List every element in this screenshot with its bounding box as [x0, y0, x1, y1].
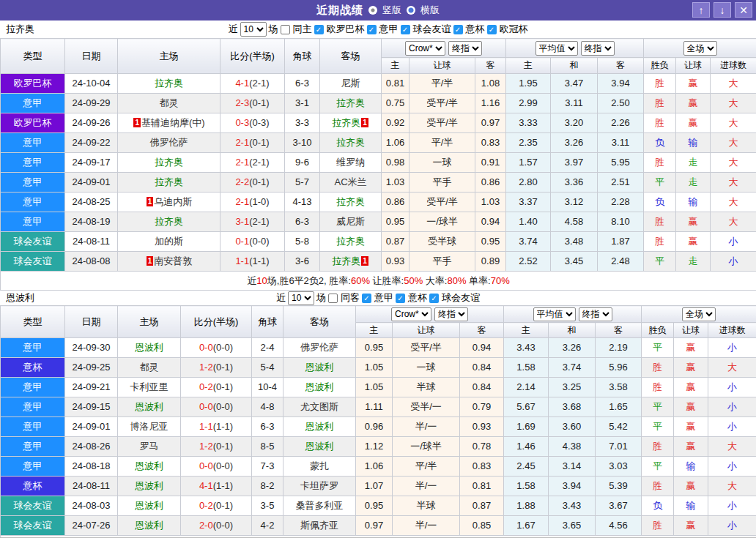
home-team-name[interactable]: 恩波利 [135, 480, 163, 491]
away-team-name[interactable]: 恩波利 [305, 421, 334, 432]
away-team-name[interactable]: 尼斯 [341, 78, 360, 89]
away-team-name[interactable]: 蒙扎 [310, 460, 329, 471]
same-home-checkbox[interactable] [281, 25, 290, 34]
average-select[interactable]: 平均值 [533, 307, 576, 321]
home-team-name[interactable]: 加的斯 [155, 236, 183, 247]
crow-handicap: 一球 [393, 358, 460, 378]
avg-away-odds: 3.58 [596, 378, 642, 397]
result-handicap: 输 [674, 457, 708, 477]
radio-vertical-label[interactable]: 竖版 [382, 4, 401, 17]
away-team-name[interactable]: 拉齐奥 [336, 137, 365, 148]
away-team-name[interactable]: 拉齐奥 [336, 97, 365, 108]
odds-stage-select[interactable]: 终指 [434, 307, 468, 321]
odds-stage-select-2[interactable]: 终指 [581, 41, 615, 56]
score: 0-0(0-0) [181, 457, 252, 477]
match-date: 24-10-04 [65, 74, 118, 94]
home-team-name[interactable]: 乌迪内斯 [154, 196, 192, 207]
home-team-name[interactable]: 佛罗伦萨 [150, 137, 188, 148]
league-checkbox-coppa[interactable] [453, 25, 463, 34]
result-handicap: 赢 [674, 397, 708, 417]
home-team-name[interactable]: 拉齐奥 [155, 157, 183, 168]
period-select[interactable]: 全场 [682, 307, 716, 321]
home-team-name[interactable]: 恩波利 [135, 401, 163, 412]
same-away-checkbox[interactable] [328, 294, 338, 303]
match-date: 24-09-01 [65, 173, 118, 193]
home-team-name[interactable]: 博洛尼亚 [130, 421, 168, 432]
away-team-name[interactable]: 斯佩齐亚 [300, 520, 338, 531]
league-label: 球会友谊 [413, 23, 451, 36]
league-checkbox-seriea[interactable] [367, 25, 377, 34]
home-team-name[interactable]: 罗马 [140, 441, 159, 452]
score: 2-0(0-0) [181, 516, 252, 536]
league-checkbox-europa[interactable] [314, 25, 324, 34]
odds-stage-select-2[interactable]: 终指 [579, 307, 612, 321]
league-badge: 球会友谊 [1, 252, 65, 272]
odds-stage-select[interactable]: 终指 [448, 41, 482, 56]
league-badge: 意甲 [1, 417, 65, 437]
away-team-name[interactable]: 佛罗伦萨 [300, 342, 338, 353]
home-team: 都灵 [118, 358, 181, 378]
average-select[interactable]: 平均值 [536, 41, 578, 56]
result-goals: 小 [708, 417, 756, 437]
away-team-name[interactable]: 恩波利 [305, 362, 334, 373]
team-name-label: 恩波利 [6, 291, 34, 305]
radio-horizontal-label[interactable]: 横版 [420, 4, 440, 17]
home-team-name[interactable]: 拉齐奥 [155, 216, 183, 227]
away-team-name[interactable]: 拉齐奥 [332, 255, 360, 266]
bookmaker-select[interactable]: Crow* [391, 307, 431, 321]
radio-vertical[interactable] [368, 6, 377, 15]
away-team-name[interactable]: AC米兰 [334, 176, 366, 187]
games-count-select[interactable]: 10 [288, 291, 314, 305]
avg-draw-odds: 3.97 [551, 153, 598, 173]
home-team-name[interactable]: 基辅迪纳摩(中) [141, 117, 205, 128]
bookmaker-select[interactable]: Crow* [405, 41, 445, 56]
home-team-name[interactable]: 卡利亚里 [130, 381, 168, 392]
period-select[interactable]: 全场 [683, 41, 717, 56]
away-team-name[interactable]: 恩波利 [305, 441, 334, 452]
away-team-name[interactable]: 桑普多利亚 [296, 500, 344, 511]
away-team: 尼斯 [320, 74, 382, 94]
league-checkbox-seriea[interactable] [362, 294, 371, 303]
league-checkbox-coppa[interactable] [396, 294, 405, 303]
league-checkbox-friendly[interactable] [429, 294, 439, 303]
table-row: 球会友谊24-08-03恩波利0-2(0-1)3-5桑普多利亚0.95半球0.8… [1, 496, 756, 516]
radio-horizontal[interactable] [407, 6, 415, 15]
fulltime-score: 2-3 [235, 97, 249, 108]
away-team-name[interactable]: 尤文图斯 [300, 401, 338, 412]
away-team-name[interactable]: 拉齐奥 [336, 236, 365, 247]
home-team-name[interactable]: 恩波利 [135, 520, 163, 531]
away-team-name[interactable]: 拉齐奥 [336, 196, 365, 207]
away-team-name[interactable]: 维罗纳 [336, 157, 365, 168]
avg-away-odds: 7.01 [596, 437, 642, 457]
home-team-name[interactable]: 恩波利 [135, 500, 163, 511]
away-team-name[interactable]: 卡坦萨罗 [300, 480, 338, 491]
crow-handicap: 受半球 [410, 232, 475, 252]
crow-home-odds: 0.86 [382, 193, 410, 212]
crow-home-odds: 1.07 [356, 477, 393, 496]
subcol-home-odds: 主 [356, 323, 393, 338]
crow-away-odds: 1.16 [475, 94, 506, 113]
halftime-score: (1-1) [213, 480, 233, 491]
home-team: 拉齐奥 [118, 74, 220, 94]
away-team-name[interactable]: 恩波利 [305, 381, 334, 392]
scroll-up-button[interactable]: ↑ [692, 2, 710, 18]
crow-home-odds: 0.98 [382, 153, 410, 173]
home-team-name[interactable]: 恩波利 [135, 460, 163, 471]
close-button[interactable]: ✕ [735, 2, 752, 18]
scroll-down-button[interactable]: ↓ [714, 2, 731, 18]
home-team-name[interactable]: 拉齐奥 [155, 78, 183, 89]
games-count-select[interactable]: 10 [240, 22, 267, 37]
avg-away-odds: 2.26 [598, 113, 644, 133]
home-team-name[interactable]: 都灵 [140, 362, 159, 373]
away-team-name[interactable]: 拉齐奥 [332, 117, 360, 128]
score: 0-1(0-0) [220, 232, 285, 252]
near-label: 近 [229, 23, 238, 36]
away-team-name[interactable]: 威尼斯 [336, 216, 365, 227]
league-checkbox-friendly[interactable] [401, 25, 410, 34]
home-team-name[interactable]: 拉齐奥 [155, 176, 183, 187]
home-team-name[interactable]: 南安普敦 [154, 255, 192, 266]
home-team-name[interactable]: 都灵 [160, 97, 179, 108]
result-goals: 大 [711, 173, 756, 193]
home-team-name[interactable]: 恩波利 [135, 342, 163, 353]
league-checkbox-ucl[interactable] [487, 25, 497, 34]
